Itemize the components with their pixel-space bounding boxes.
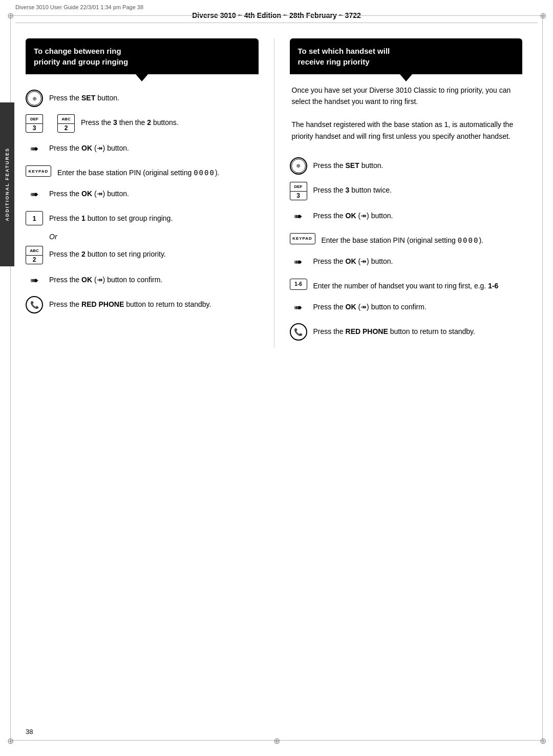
left-step-list: ◎ Press the SET button. DEF 3 ABC 2 Pres…	[26, 90, 259, 313]
header-top-text: Diverse 3010 User Guide 22/3/01 1:34 pm …	[15, 4, 538, 10]
left-column: To change between ring priority and grou…	[26, 38, 259, 348]
left-step-6: 1 Press the 1 button to set group ringin…	[26, 210, 259, 225]
right-info-p2: The handset registered with the base sta…	[292, 119, 521, 142]
abc2-only-icon: ABC 2	[26, 246, 43, 264]
right-step-1-text: Press the SET button.	[313, 157, 523, 171]
phone-icon-1: 📞	[26, 296, 43, 313]
right-column: To set which handset will receive ring p…	[290, 38, 523, 348]
sidebar: ADDITIONAL FEATURES	[0, 102, 14, 266]
right-step-8-text: Press the RED PHONE button to return to …	[313, 323, 523, 337]
left-step-2-text: Press the 3 then the 2 buttons.	[81, 114, 259, 128]
left-step-5: ➠ Press the OK (↠) button.	[26, 185, 259, 203]
left-step-7: ABC 2 Press the 2 button to set ring pri…	[26, 246, 259, 264]
left-section-header: To change between ring priority and grou…	[26, 38, 259, 74]
one-six-icon: 1-6	[290, 279, 307, 290]
left-step-1-text: Press the SET button.	[49, 90, 259, 103]
ok-arrow-icon-3: ➠	[26, 271, 43, 289]
right-step-7: ➠ Press the OK (↠) button to confirm.	[290, 299, 523, 316]
corner-mark-tr: ⊕	[538, 10, 548, 20]
right-heading-line2: receive ring priority	[298, 57, 370, 66]
right-step-1: ◎ Press the SET button.	[290, 157, 523, 175]
left-step-5-text: Press the OK (↠) button.	[49, 185, 259, 199]
header-title: Diverse 3010 ~ 4th Edition ~ 28th Februa…	[15, 10, 538, 23]
left-step-8: ➠ Press the OK (↠) button to confirm.	[26, 271, 259, 289]
sidebar-label: ADDITIONAL FEATURES	[5, 148, 10, 221]
left-step-3-text: Press the OK (↠) button.	[49, 140, 259, 154]
num1-icon: 1	[26, 211, 43, 225]
ok-arrow-icon-r2: ➠	[290, 253, 307, 270]
left-step-9-text: Press the RED PHONE button to return to …	[49, 296, 259, 310]
keypad-icon-1: KEYPAD	[26, 165, 51, 177]
right-step-2: DEF 3 Press the 3 button twice.	[290, 182, 523, 200]
ok-arrow-icon-r1: ➠	[290, 207, 307, 225]
right-step-4-text: Enter the base station PIN (original set…	[322, 232, 523, 246]
left-step-2: DEF 3 ABC 2 Press the 3 then the 2 butto…	[26, 114, 259, 133]
left-step-3: ➠ Press the OK (↠) button.	[26, 140, 259, 157]
keypad-icon-r1: KEYPAD	[290, 233, 315, 244]
right-step-2-text: Press the 3 button twice.	[313, 182, 523, 196]
right-step-4: KEYPAD Enter the base station PIN (origi…	[290, 232, 523, 246]
left-step-1: ◎ Press the SET button.	[26, 90, 259, 107]
left-heading-line2: priority and group ringing	[34, 57, 128, 66]
left-section-header-bubble: To change between ring priority and grou…	[26, 38, 259, 74]
left-step-4: KEYPAD Enter the base station PIN (origi…	[26, 164, 259, 178]
or-divider: Or	[49, 233, 259, 241]
right-info-block: Once you have set your Diverse 3010 Clas…	[290, 85, 523, 142]
corner-mark-bl: ⊕	[5, 736, 15, 746]
left-step-6-text: Press the 1 button to set group ringing.	[49, 210, 259, 224]
right-step-5: ➠ Press the OK (↠) button.	[290, 253, 523, 270]
column-divider	[274, 38, 274, 348]
right-section-header: To set which handset will receive ring p…	[290, 38, 523, 74]
set-icon-r1: ◎	[290, 157, 307, 175]
right-section-header-bubble: To set which handset will receive ring p…	[290, 38, 523, 74]
right-heading-line1: To set which handset will	[298, 47, 390, 55]
right-step-8: 📞 Press the RED PHONE button to return t…	[290, 323, 523, 341]
def3-icon: DEF 3	[290, 182, 307, 200]
ok-arrow-icon-1: ➠	[26, 140, 43, 157]
left-step-9: 📞 Press the RED PHONE button to return t…	[26, 296, 259, 313]
right-step-3-text: Press the OK (↠) button.	[313, 207, 523, 221]
right-step-5-text: Press the OK (↠) button.	[313, 253, 523, 267]
def3-abc2-icon: DEF 3	[26, 114, 43, 133]
ok-arrow-icon-2: ➠	[26, 185, 43, 203]
corner-mark-bc: ⊕	[271, 736, 282, 746]
right-step-7-text: Press the OK (↠) button to confirm.	[313, 299, 523, 312]
phone-icon-r1: 📞	[290, 323, 307, 341]
right-step-6-text: Enter the number of handset you want to …	[313, 278, 523, 291]
main-content: To change between ring priority and grou…	[0, 23, 553, 363]
page-number: 38	[26, 728, 33, 736]
left-step-7-text: Press the 2 button to set ring priority.	[49, 246, 259, 260]
abc2-icon: ABC 2	[57, 114, 75, 133]
ok-arrow-icon-r3: ➠	[290, 299, 307, 316]
set-icon-1: ◎	[26, 90, 43, 107]
left-step-4-text: Enter the base station PIN (original set…	[57, 164, 259, 178]
right-step-list: ◎ Press the SET button. DEF 3 Press the …	[290, 157, 523, 341]
left-step-8-text: Press the OK (↠) button to confirm.	[49, 271, 259, 285]
right-step-3: ➠ Press the OK (↠) button.	[290, 207, 523, 225]
right-info-p1: Once you have set your Diverse 3010 Clas…	[292, 85, 521, 108]
header-top: Diverse 3010 User Guide 22/3/01 1:34 pm …	[0, 0, 553, 23]
corner-mark-br: ⊕	[538, 736, 548, 746]
right-step-6: 1-6 Enter the number of handset you want…	[290, 278, 523, 291]
left-heading-line1: To change between ring	[34, 47, 121, 55]
corner-mark-tl: ⊕	[5, 10, 15, 20]
